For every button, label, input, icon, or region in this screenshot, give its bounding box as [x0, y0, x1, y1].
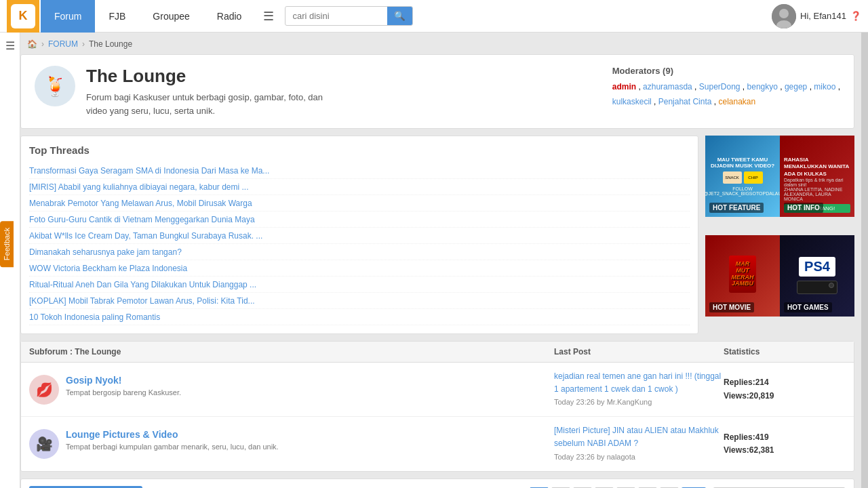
stats-info-2: Replies:419 Views:62,381 [724, 431, 846, 457]
mod-bengkyo[interactable]: bengkyo [747, 82, 778, 92]
right-scrollbar[interactable] [861, 33, 868, 488]
subforum-icon-2: 🎥 [29, 429, 59, 459]
mod-kulkaskecil[interactable]: kulkaskecil [612, 97, 652, 106]
nav-forum[interactable]: Forum [41, 0, 95, 33]
thread-list: Transformasi Gaya Seragam SMA di Indones… [29, 163, 690, 325]
list-item: Akibat W*lls Ice Cream Day, Taman Bungku… [29, 228, 690, 244]
replies-label-2: Replies: [724, 432, 755, 442]
last-post-link-2[interactable]: [Misteri Picture] JIN atau ALIEN atau Ma… [554, 426, 719, 448]
top-navbar: K Forum FJB Groupee Radio ☰ 🔍 Hi, Efan14… [0, 0, 868, 33]
mod-celanakan[interactable]: celanakan [719, 97, 756, 106]
mod-title: Moderators (9) [612, 66, 840, 76]
thread-link[interactable]: Foto Guru-Guru Cantik di Vietnam Menggeg… [29, 215, 255, 224]
subforum-col-name: Subforum : The Lounge [29, 347, 554, 357]
last-post-link-1[interactable]: kejadian real temen ane gan hari ini !!!… [554, 371, 721, 394]
thread-link[interactable]: Dimanakah seharusnya pake jam tangan? [29, 247, 182, 257]
nav-right: Hi, Efan141 ❓ [772, 4, 861, 28]
feedback-tab[interactable]: Feedback [0, 221, 14, 267]
mod-gegep[interactable]: gegep [785, 82, 807, 92]
list-item: Transformasi Gaya Seragam SMA di Indones… [29, 163, 690, 179]
left-panel: Top Threads Transformasi Gaya Seragam SM… [20, 136, 698, 334]
views-label-2: Views: [724, 445, 749, 455]
hot-feature-label: HOT FEATURE [709, 203, 764, 213]
breadcrumb-forum[interactable]: FORUM [48, 39, 78, 49]
thread-link[interactable]: [KOPLAK] Mobil Tabrak Pemotor Lawan Arus… [29, 296, 255, 306]
subforum-desc-1: Tempat bergosip bareng Kaskuser. [66, 388, 181, 398]
breadcrumb-sep2: › [82, 39, 85, 49]
ps4-logo: PS4 [799, 257, 835, 277]
last-post-info-1: kejadian real temen ane gan hari ini !!!… [554, 370, 724, 409]
list-item: [KOPLAK] Mobil Tabrak Pemotor Lawan Arus… [29, 293, 690, 309]
nav-groupee[interactable]: Groupee [139, 0, 203, 33]
svg-point-1 [779, 9, 789, 18]
hamburger-icon[interactable]: ☰ [255, 0, 282, 33]
list-item: Foto Guru-Guru Cantik di Vietnam Menggeg… [29, 211, 690, 228]
thread-link[interactable]: Akibat W*lls Ice Cream Day, Taman Bungku… [29, 231, 262, 241]
subforum-desc-2: Tempat berbagi kumpulan gambar menarik, … [66, 442, 279, 452]
hot-games-box[interactable]: PS4 HOT GAMES [780, 235, 854, 317]
subforum-name-1[interactable]: Gosip Nyok! [66, 375, 181, 386]
home-icon[interactable]: 🏠 [27, 39, 37, 49]
main-wrapper: ☰ 🏠 › FORUM › The Lounge 🍹 The Lounge Fo… [0, 33, 868, 488]
search-box: 🔍 [285, 6, 413, 26]
mod-admin[interactable]: admin [612, 82, 636, 92]
subforum-row: 💋 Gosip Nyok! Tempat bergosip bareng Kas… [21, 363, 854, 417]
hot-info-box[interactable]: RAHASIA MENAKLUKKAN WANITAADA DI KULKAS … [780, 136, 854, 217]
help-icon[interactable]: ❓ [850, 11, 861, 21]
subforum-left-1: 💋 Gosip Nyok! Tempat bergosip bareng Kas… [29, 375, 554, 405]
forum-header: 🍹 The Lounge Forum bagi Kaskuser untuk b… [20, 54, 854, 129]
avatar-area: Hi, Efan141 ❓ [772, 4, 861, 28]
mod-list: admin , azhuramasda , SuperDong , bengky… [612, 80, 840, 109]
mod-penjahat[interactable]: Penjahat Cinta [658, 97, 712, 106]
hot-games-label: HOT GAMES [784, 302, 832, 312]
subforum-left-2: 🎥 Lounge Pictures & Video Tempat berbagi… [29, 429, 554, 459]
replies-val-2: 419 [755, 432, 769, 442]
hot-feature-box[interactable]: MAU TWEET KAMUDIJADIIN MUSIK VIDEO? SNAC… [705, 136, 854, 217]
subforum-info-2: Lounge Pictures & Video Tempat berbagi k… [66, 429, 279, 452]
breadcrumb: 🏠 › FORUM › The Lounge [20, 33, 854, 54]
thread-link[interactable]: [MIRIS] Ababil yang kuliahnya dibiayai n… [29, 182, 249, 192]
subforum-info-1: Gosip Nyok! Tempat bergosip bareng Kasku… [66, 375, 181, 398]
thread-link[interactable]: Transformasi Gaya Seragam SMA di Indones… [29, 166, 269, 176]
views-val-2: 62,381 [749, 445, 774, 455]
moderators-box: Moderators (9) admin , azhuramasda , Sup… [612, 66, 840, 109]
feedback-label[interactable]: Feedback [0, 221, 14, 267]
list-item: 10 Tokoh Indonesia paling Romantis [29, 309, 690, 325]
hot-movie-label: HOT MOVIE [709, 302, 754, 312]
bottom-toolbar: ✏️ Create New Thread ⚙ Forum Tools ☰ Sor… [20, 479, 854, 488]
list-item: Ritual-Ritual Aneh Dan Gila Yang Dilakuk… [29, 277, 690, 293]
sidebar-toggle-button[interactable]: ☰ [5, 39, 15, 52]
thread-link[interactable]: Menabrak Pemotor Yang Melawan Arus, Mobi… [29, 199, 252, 208]
mod-mikoo[interactable]: mikoo [814, 82, 835, 92]
nav-radio[interactable]: Radio [203, 0, 256, 33]
thread-link[interactable]: WOW Victoria Beckham ke Plaza Indonesia [29, 264, 187, 273]
subforum-icon-1: 💋 [29, 375, 59, 405]
subforum-name-2[interactable]: Lounge Pictures & Video [66, 429, 279, 440]
top-threads-title: Top Threads [29, 144, 690, 156]
search-input[interactable] [285, 7, 387, 24]
last-post-info-2: [Misteri Picture] JIN atau ALIEN atau Ma… [554, 424, 724, 464]
breadcrumb-sep1: › [41, 39, 44, 49]
replies-val-1: 214 [755, 378, 769, 387]
thread-link[interactable]: Ritual-Ritual Aneh Dan Gila Yang Dilakuk… [29, 280, 256, 289]
list-item: [MIRIS] Ababil yang kuliahnya dibiayai n… [29, 179, 690, 195]
thread-link[interactable]: 10 Tokoh Indonesia paling Romantis [29, 312, 160, 322]
last-post-time-1: Today 23:26 by Mr.KangKung [554, 398, 652, 406]
subforum-header: Subforum : The Lounge Last Post Statisti… [21, 342, 854, 363]
hot-grid: MAU TWEET KAMUDIJADIIN MUSIK VIDEO? SNAC… [705, 136, 854, 334]
search-button[interactable]: 🔍 [387, 7, 412, 25]
stats-info-1: Replies:214 Views:20,819 [724, 376, 846, 402]
forum-icon: 🍹 [35, 66, 75, 106]
hot-feature-box[interactable]: MAU TWEET KAMUDIJADIIN MUSIK VIDEO? SNAC… [705, 136, 780, 217]
list-item: Dimanakah seharusnya pake jam tangan? [29, 244, 690, 260]
content-area: 🏠 › FORUM › The Lounge 🍹 The Lounge Foru… [20, 33, 861, 488]
forum-title: The Lounge [86, 66, 601, 87]
hot-movie-box[interactable]: MARMUTMERAHJAMBU HOT MOVIE [705, 235, 780, 317]
mod-azhuramasda[interactable]: azhuramasda [643, 82, 692, 92]
subforum-col-last-post: Last Post [554, 347, 724, 357]
views-label-1: Views: [724, 391, 749, 401]
subforum-row: 🎥 Lounge Pictures & Video Tempat berbagi… [21, 417, 854, 471]
mod-superdong[interactable]: SuperDong [699, 82, 741, 92]
logo-box[interactable]: K [7, 0, 39, 33]
nav-fjb[interactable]: FJB [95, 0, 139, 33]
